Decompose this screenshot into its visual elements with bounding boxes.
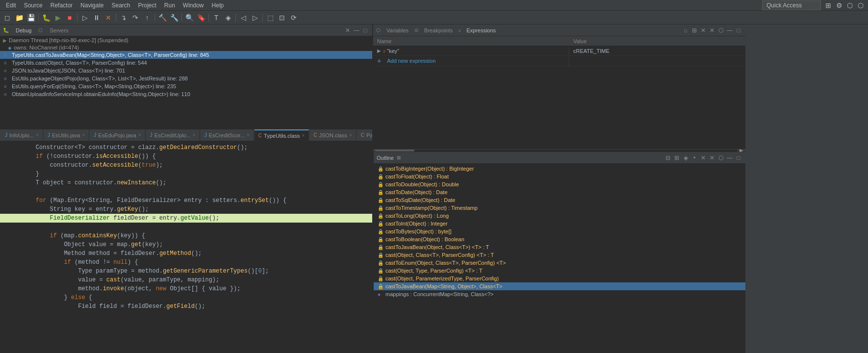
suspend-btn[interactable]: ⏸ xyxy=(91,12,102,23)
add-expr-row[interactable]: + Add new expression xyxy=(373,56,745,66)
outline-item-15[interactable]: 🔒 castToJavaBean(Map<String, Object>, Cl… xyxy=(374,282,745,290)
collapse-icon[interactable]: ✕ xyxy=(344,26,352,34)
min-expr-icon[interactable]: — xyxy=(726,26,734,34)
outline-icon-1[interactable]: ⊟ xyxy=(664,154,672,162)
close-tab-2[interactable]: × xyxy=(138,132,141,138)
max-outline-icon[interactable]: □ xyxy=(735,154,742,162)
scrollbar-thumb[interactable] xyxy=(375,150,414,151)
expr-btn-3[interactable]: ✕ xyxy=(699,26,707,34)
perspective-btn-2[interactable]: ⚙ xyxy=(834,0,844,11)
build-btn[interactable]: 🔨 xyxy=(157,12,168,23)
next-btn[interactable]: ▷ xyxy=(250,12,260,23)
tab-breakpoints[interactable]: Breakpoints xyxy=(422,26,455,34)
sync-btn[interactable]: ⟳ xyxy=(288,12,299,23)
menu-navigate[interactable]: Navigate xyxy=(77,1,107,10)
stepover-btn[interactable]: ↷ xyxy=(130,12,141,23)
stack-frame-4[interactable]: ≡ EsUtils.queryForEql(String, Class<T>, … xyxy=(0,82,372,90)
code-tab-4[interactable]: J EsCreditScor... × xyxy=(201,129,254,141)
zoom-btn[interactable]: ⬚ xyxy=(265,12,276,23)
menu-edit[interactable]: Edit xyxy=(2,1,20,10)
outline-item-10[interactable]: 🔒 castToJavaBean(Object, Class<T>) <T> :… xyxy=(374,243,745,251)
close-tab-4[interactable]: × xyxy=(247,132,250,138)
outline-icon-6[interactable]: ✕ xyxy=(708,154,716,162)
resume-btn[interactable]: ▷ xyxy=(79,12,90,23)
new-btn[interactable]: ◻ xyxy=(2,12,13,23)
menu-help[interactable]: Help xyxy=(208,1,228,10)
outline-item-8[interactable]: 🔒 castToBytes(Object) : byte[] xyxy=(374,227,745,235)
quick-access-input[interactable]: Quick Access xyxy=(762,0,821,10)
close-tab-6[interactable]: × xyxy=(349,132,352,138)
perspective-btn-1[interactable]: ⊞ xyxy=(823,0,834,11)
outline-icon-3[interactable]: ◈ xyxy=(682,154,689,162)
maximize-icon[interactable]: □ xyxy=(361,26,369,34)
stack-frame-2[interactable]: ≡ JSON.toJavaObject(JSON, Class<T>) line… xyxy=(0,67,372,75)
outline-item-7[interactable]: 🔒 castToInt(Object) : Integer xyxy=(374,220,745,227)
outline-item-0[interactable]: 🔒 castToBigInteger(Object) : BigInteger xyxy=(374,165,745,173)
min-outline-icon[interactable]: — xyxy=(726,154,734,162)
code-content[interactable]: Constructor<T> constructor = clazz.getDe… xyxy=(0,141,372,353)
tab-debug[interactable]: Debug xyxy=(13,26,34,34)
outline-item-6[interactable]: 🔒 castToLong(Object) : Long xyxy=(374,212,745,220)
prev-btn[interactable]: ◁ xyxy=(238,12,249,23)
outline-item-13[interactable]: 🔒 cast(Object, Type, ParserConfig) <T> :… xyxy=(374,267,745,275)
debug-btn[interactable]: 🐛 xyxy=(41,12,51,23)
menu-run[interactable]: Run xyxy=(160,1,179,10)
outline-item-9[interactable]: 🔒 castToBoolean(Object) : Boolean xyxy=(374,235,745,243)
perspective-btn-4[interactable]: ⬡ xyxy=(855,0,866,11)
expand-icon-0[interactable]: ▶ xyxy=(377,48,381,53)
tab-variables[interactable]: Variables xyxy=(384,26,410,34)
outline-item-14[interactable]: 🔒 cast(Object, ParameterizedType, Parser… xyxy=(374,275,745,282)
save-btn[interactable]: 💾 xyxy=(26,12,36,23)
close-tab-1[interactable]: × xyxy=(82,132,85,138)
stack-frame-1[interactable]: ≡ TypeUtils.cast(Object, Class<T>, Parse… xyxy=(0,59,372,67)
menu-refactor[interactable]: Refactor xyxy=(47,1,77,10)
stack-frame-0[interactable]: ≡ TypeUtils.castToJavaBean(Map<String,Ob… xyxy=(0,51,372,59)
minimize-icon[interactable]: — xyxy=(353,26,360,34)
outline-item-4[interactable]: 🔒 castToSqlDate(Object) : Date xyxy=(374,196,745,204)
close-tab-5[interactable]: × xyxy=(302,133,305,138)
expr-btn-2[interactable]: ⊞ xyxy=(690,26,698,34)
stepreturn-btn[interactable]: ↑ xyxy=(142,12,153,23)
run-btn[interactable]: ▶ xyxy=(52,12,63,23)
outline-item-5[interactable]: 🔒 castToTimestamp(Object) : Timestamp xyxy=(374,204,745,212)
thread-item[interactable]: ▶ Daemon Thread [http-nio-80-exec-2] (Su… xyxy=(0,36,372,44)
outline-icon-4[interactable]: • xyxy=(690,154,698,162)
stop-btn[interactable]: ■ xyxy=(64,12,75,23)
perspective-btn-3[interactable]: ⬡ xyxy=(844,0,855,11)
code-tab-6[interactable]: C JSON.class × xyxy=(309,129,357,141)
expr-row-0[interactable]: ▶ 𝑥 "key" cREATE_TIME xyxy=(373,46,745,56)
terminate-btn[interactable]: ✕ xyxy=(103,12,114,23)
outline-icon-5[interactable]: ✕ xyxy=(699,154,707,162)
code-tab-1[interactable]: J EsUtils.java × xyxy=(44,129,89,141)
horiz-scrollbar[interactable]: ▶ xyxy=(373,149,745,151)
outline-item-1[interactable]: 🔒 castToFloat(Object) : Float xyxy=(374,173,745,180)
menu-search[interactable]: Search xyxy=(107,1,134,10)
code-tab-5[interactable]: C TypeUtils.class × xyxy=(255,129,309,141)
add-new-expression[interactable]: Add new expression xyxy=(383,57,439,65)
expr-btn-1[interactable]: ⌂ xyxy=(682,26,689,34)
outline-item-2[interactable]: 🔒 castToDouble(Object) : Double xyxy=(374,180,745,188)
menu-window[interactable]: Window xyxy=(179,1,208,10)
layout-btn[interactable]: ⊡ xyxy=(277,12,287,23)
code-tab-7[interactable]: C ParserConfig... × xyxy=(357,129,372,141)
code-tab-2[interactable]: J EsEduPojo.java × xyxy=(90,129,146,141)
tab-servers[interactable]: Servers xyxy=(47,26,71,34)
open-type-btn[interactable]: T xyxy=(211,12,222,23)
stack-frame-3[interactable]: ≡ EsUtils.packageObjectPojo(long, Class<… xyxy=(0,75,372,82)
outline-icon-7[interactable]: ⬡ xyxy=(717,154,725,162)
open-resource-btn[interactable]: ◈ xyxy=(223,12,233,23)
stack-frame-5[interactable]: ≡ ObtainUploadInfoServiceImpl.obtainEduI… xyxy=(0,90,372,98)
code-tab-0[interactable]: J InfoUplo... × xyxy=(1,129,43,141)
outline-item-16[interactable]: ● mappings : ConcurrentMap<String, Class… xyxy=(374,290,745,298)
menu-source[interactable]: Source xyxy=(20,1,47,10)
close-tab-3[interactable]: × xyxy=(193,132,196,138)
tab-expressions[interactable]: Expressions xyxy=(464,26,498,34)
outline-item-3[interactable]: 🔒 castToDate(Object) : Date xyxy=(374,188,745,196)
outline-item-11[interactable]: 🔒 cast(Object, Class<T>, ParserConfig) <… xyxy=(374,251,745,259)
code-tab-3[interactable]: J EsCreditUplo... × xyxy=(146,129,200,141)
close-tab-0[interactable]: × xyxy=(36,132,39,138)
bookmarks-btn[interactable]: 🔖 xyxy=(196,12,206,23)
stepinto-btn[interactable]: ↴ xyxy=(118,12,129,23)
max-expr-icon[interactable]: □ xyxy=(735,26,742,34)
expr-btn-5[interactable]: ⬡ xyxy=(717,26,725,34)
